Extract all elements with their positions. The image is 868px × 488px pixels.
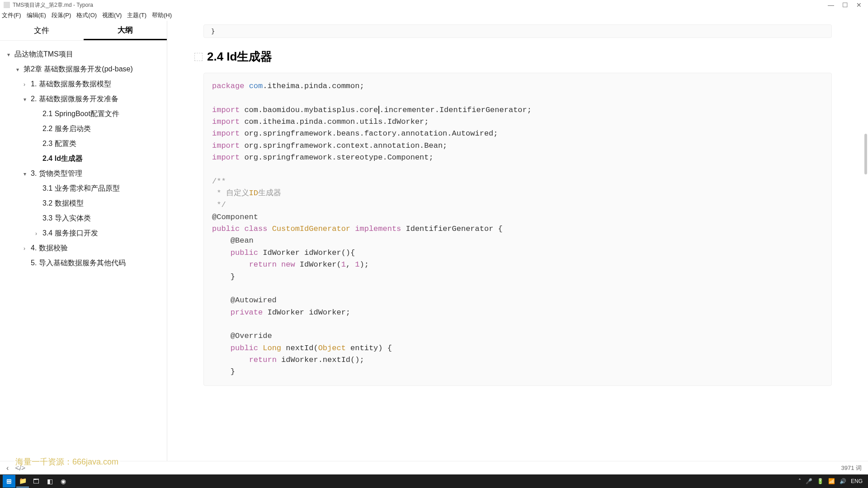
taskbar-chrome[interactable]: ◉ bbox=[57, 475, 70, 488]
start-button[interactable]: ⊞ bbox=[3, 475, 15, 488]
taskbar-app-2[interactable]: ◧ bbox=[43, 475, 56, 488]
menu-paragraph[interactable]: 段落(P) bbox=[52, 11, 71, 19]
outline-label: 2.2 服务启动类 bbox=[42, 124, 91, 134]
tree-toggle-icon[interactable]: ▾ bbox=[24, 171, 31, 177]
watermark-text: 海量一千资源：666java.com bbox=[14, 455, 120, 461]
outline-item[interactable]: ›4. 数据校验 bbox=[4, 241, 163, 256]
outline-item[interactable]: 3.3 导入实体类 bbox=[4, 211, 163, 226]
status-bar: ‹ </> 3971 词 bbox=[0, 461, 868, 474]
tab-file[interactable]: 文件 bbox=[0, 21, 84, 40]
tree-toggle-icon[interactable]: ▾ bbox=[24, 96, 31, 103]
menu-help[interactable]: 帮助(H) bbox=[152, 11, 172, 19]
tray-wifi-icon[interactable]: 📶 bbox=[828, 478, 835, 484]
outline-label: 5. 导入基础数据服务其他代码 bbox=[31, 258, 126, 268]
window-title: TMS项目讲义_第2章.md - Typora bbox=[13, 1, 93, 9]
tree-toggle-icon[interactable]: › bbox=[35, 230, 42, 237]
outline-item[interactable]: 2.1 SpringBoot配置文件 bbox=[4, 107, 163, 122]
minimize-button[interactable]: — bbox=[828, 2, 834, 8]
heading-handle-icon[interactable] bbox=[194, 53, 203, 61]
outline-item[interactable]: 3.2 数据模型 bbox=[4, 196, 163, 211]
app-icon bbox=[4, 2, 10, 8]
outline-item[interactable]: 2.4 Id生成器 bbox=[4, 151, 163, 166]
tree-toggle-icon[interactable]: ▾ bbox=[16, 66, 24, 73]
outline-item[interactable]: ›1. 基础数据服务数据模型 bbox=[4, 77, 163, 92]
tray-chevron-icon[interactable]: ˄ bbox=[798, 478, 801, 484]
outline-label: 3.3 导入实体类 bbox=[42, 214, 91, 223]
tree-toggle-icon[interactable]: › bbox=[24, 245, 31, 252]
scrollbar-thumb[interactable] bbox=[864, 134, 867, 174]
outline-item[interactable]: ▾品达物流TMS项目 bbox=[4, 47, 163, 62]
code-block[interactable]: package com.itheima.pinda.common; import… bbox=[203, 73, 832, 386]
word-count[interactable]: 3971 词 bbox=[841, 464, 862, 472]
outline-label: 第2章 基础数据服务开发(pd-base) bbox=[24, 65, 133, 74]
editor-area[interactable]: } 2.4 Id生成器 package com.itheima.pinda.co… bbox=[167, 21, 868, 461]
previous-code-tail: } bbox=[203, 24, 832, 38]
outline-label: 3.1 业务需求和产品原型 bbox=[42, 184, 120, 193]
menu-edit[interactable]: 编辑(E) bbox=[27, 11, 46, 19]
menu-bar: 文件(F) 编辑(E) 段落(P) 格式(O) 视图(V) 主题(T) 帮助(H… bbox=[0, 10, 868, 21]
outline-item[interactable]: ▾第2章 基础数据服务开发(pd-base) bbox=[4, 62, 163, 77]
outline-label: 2. 基础数据微服务开发准备 bbox=[31, 94, 118, 104]
outline-item[interactable]: ▾3. 货物类型管理 bbox=[4, 166, 163, 181]
section-heading: 2.4 Id生成器 bbox=[207, 49, 272, 65]
close-button[interactable]: ✕ bbox=[856, 2, 862, 8]
outline-item[interactable]: ›3.4 服务接口开发 bbox=[4, 226, 163, 241]
menu-file[interactable]: 文件(F) bbox=[2, 11, 21, 19]
outline-label: 3. 货物类型管理 bbox=[31, 169, 82, 178]
outline-label: 4. 数据校验 bbox=[31, 244, 68, 253]
menu-theme[interactable]: 主题(T) bbox=[127, 11, 146, 19]
outline-tree: ▾品达物流TMS项目▾第2章 基础数据服务开发(pd-base)›1. 基础数据… bbox=[0, 41, 167, 461]
sidebar: 文件 大纲 ▾品达物流TMS项目▾第2章 基础数据服务开发(pd-base)›1… bbox=[0, 21, 167, 461]
tray-language[interactable]: ENG bbox=[851, 478, 863, 484]
outline-item[interactable]: 2.2 服务启动类 bbox=[4, 122, 163, 136]
outline-label: 2.1 SpringBoot配置文件 bbox=[42, 109, 119, 119]
tray-volume-icon[interactable]: 🔊 bbox=[840, 478, 846, 484]
outline-item[interactable]: ▾2. 基础数据微服务开发准备 bbox=[4, 92, 163, 107]
outline-item[interactable]: 5. 导入基础数据服务其他代码 bbox=[4, 256, 163, 271]
outline-label: 2.3 配置类 bbox=[42, 139, 76, 149]
taskbar-app-1[interactable]: 🗔 bbox=[30, 475, 42, 488]
tree-toggle-icon[interactable]: › bbox=[24, 81, 31, 88]
menu-view[interactable]: 视图(V) bbox=[102, 11, 122, 19]
taskbar-file-explorer[interactable]: 📁 bbox=[16, 475, 29, 488]
maximize-button[interactable]: ☐ bbox=[842, 2, 848, 8]
outline-label: 品达物流TMS项目 bbox=[14, 50, 73, 59]
outline-label: 2.4 Id生成器 bbox=[42, 154, 83, 164]
menu-format[interactable]: 格式(O) bbox=[76, 11, 97, 19]
title-bar: TMS项目讲义_第2章.md - Typora — ☐ ✕ bbox=[0, 0, 868, 10]
tab-outline[interactable]: 大纲 bbox=[84, 21, 167, 40]
tray-battery-icon[interactable]: 🔋 bbox=[817, 478, 824, 484]
outline-item[interactable]: 2.3 配置类 bbox=[4, 136, 163, 151]
outline-label: 3.2 数据模型 bbox=[42, 199, 84, 208]
outline-label: 1. 基础数据服务数据模型 bbox=[31, 80, 111, 89]
outline-label: 3.4 服务接口开发 bbox=[42, 229, 98, 238]
tray-mic-icon[interactable]: 🎤 bbox=[806, 478, 812, 484]
taskbar: ⊞ 📁 🗔 ◧ ◉ ˄ 🎤 🔋 📶 🔊 ENG bbox=[0, 474, 868, 488]
nav-back-button[interactable]: ‹ bbox=[6, 464, 9, 472]
outline-item[interactable]: 3.1 业务需求和产品原型 bbox=[4, 181, 163, 196]
tree-toggle-icon[interactable]: ▾ bbox=[7, 52, 14, 58]
